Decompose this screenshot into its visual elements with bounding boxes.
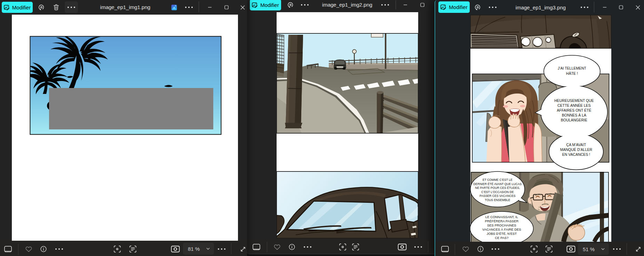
svg-text:NE PARTE POUR CES ÉTUDES,: NE PARTE POUR CES ÉTUDES,	[475, 186, 520, 190]
svg-text:CE PAS?: CE PAS?	[495, 236, 509, 240]
svg-text:ÇA M’AVAIT: ÇA M’AVAIT	[566, 143, 586, 147]
svg-text:JOBS D’ÉTÉ, N’EST: JOBS D’ÉTÉ, N’EST	[487, 232, 517, 235]
svg-text:BONNES À LA: BONNES À LA	[562, 113, 586, 117]
svg-text:HÂTE !: HÂTE !	[566, 71, 578, 75]
svg-text:LE CONNAISSANT, IL: LE CONNAISSANT, IL	[485, 215, 518, 219]
svg-text:AFFAIRES ONT ÉTÉ: AFFAIRES ONT ÉTÉ	[557, 108, 591, 112]
svg-text:PRÉFÉRERA PASSER: PRÉFÉRERA PASSER	[485, 219, 519, 223]
svg-text:EN VACANCES !: EN VACANCES !	[562, 152, 590, 157]
svg-text:MANQUÉ D’ALLER: MANQUÉ D’ALLER	[560, 147, 593, 152]
svg-text:ET COMME C’EST LE: ET COMME C’EST LE	[483, 178, 512, 182]
svg-text:DERNIER ÉTÉ AVANT QUE LUCAS: DERNIER ÉTÉ AVANT QUE LUCAS	[474, 182, 522, 186]
svg-text:HEUREUSEMENT QUE: HEUREUSEMENT QUE	[554, 98, 594, 103]
svg-text:CETTE ANNÉE LES: CETTE ANNÉE LES	[557, 103, 591, 107]
svg-text:BOULANGERIE: BOULANGERIE	[561, 118, 587, 122]
svg-text:C’EST L’OCCASION DE: C’EST L’OCCASION DE	[481, 190, 514, 194]
svg-text:VACANCES À FAIRE DES: VACANCES À FAIRE DES	[482, 227, 521, 231]
svg-text:TOUS ENSEMBLE: TOUS ENSEMBLE	[485, 198, 510, 202]
svg-text:SES PROCHAINES: SES PROCHAINES	[487, 223, 516, 227]
svg-text:J’AI TELLEMENT: J’AI TELLEMENT	[558, 66, 587, 70]
svg-text:PASSER CES VACANCES: PASSER CES VACANCES	[479, 194, 516, 198]
